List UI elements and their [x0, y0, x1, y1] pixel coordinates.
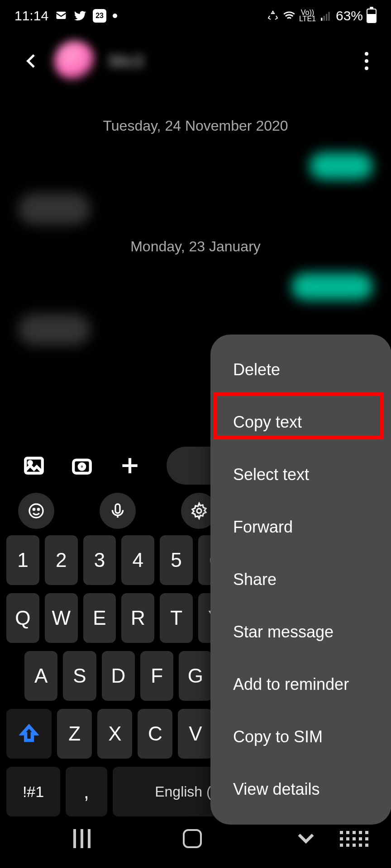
twitter-icon	[74, 9, 86, 22]
calendar-icon: 23	[93, 9, 106, 23]
key-v[interactable]: V	[178, 709, 213, 759]
menu-copy-text[interactable]: Copy text	[210, 396, 391, 448]
message-bubble-received[interactable]	[18, 193, 91, 225]
back-button[interactable]	[294, 826, 318, 851]
key-4[interactable]: 4	[121, 535, 154, 585]
menu-copy-to-sim[interactable]: Copy to SIM	[210, 711, 391, 763]
key-3[interactable]: 3	[83, 535, 116, 585]
menu-delete[interactable]: Delete	[210, 344, 391, 396]
status-bar: 11:14 23 Vo)) LTE1 63%	[0, 0, 391, 32]
message-time	[282, 288, 285, 300]
message-time	[300, 168, 303, 179]
svg-rect-13	[115, 504, 120, 513]
battery-icon	[367, 9, 377, 23]
menu-forward[interactable]: Forward	[210, 501, 391, 553]
context-menu: Delete Copy text Select text Forward Sha…	[210, 335, 391, 825]
svg-rect-4	[328, 12, 329, 21]
battery-percent: 63%	[336, 8, 363, 24]
svg-point-12	[38, 509, 39, 510]
key-1[interactable]: 1	[6, 535, 39, 585]
signal-icon	[319, 9, 332, 22]
key-r[interactable]: R	[121, 593, 154, 643]
system-nav-bar	[0, 809, 391, 868]
key-c[interactable]: C	[138, 709, 172, 759]
svg-rect-3	[326, 14, 327, 21]
mic-icon[interactable]	[100, 493, 136, 529]
recycle-icon	[267, 9, 279, 22]
svg-rect-2	[324, 16, 325, 21]
conversation-header: Me3	[0, 32, 391, 90]
back-icon[interactable]	[23, 52, 41, 70]
status-time: 11:14	[14, 8, 48, 24]
svg-point-10	[29, 504, 43, 518]
message-row-received[interactable]	[18, 193, 373, 225]
message-bubble-sent[interactable]	[291, 273, 373, 300]
camera-icon[interactable]	[71, 454, 93, 477]
key-t[interactable]: T	[160, 593, 193, 643]
message-time	[97, 213, 100, 225]
network-label: Vo)) LTE1	[299, 9, 316, 23]
svg-point-11	[33, 509, 34, 510]
date-separator: Monday, 23 January	[18, 238, 373, 255]
menu-select-text[interactable]: Select text	[210, 448, 391, 501]
emoji-icon[interactable]	[18, 493, 54, 529]
messages-icon	[55, 9, 67, 22]
message-bubble-received[interactable]	[18, 314, 91, 345]
key-2[interactable]: 2	[45, 535, 78, 585]
key-q[interactable]: Q	[6, 593, 39, 643]
contact-name[interactable]: Me3	[109, 51, 144, 71]
contact-avatar[interactable]	[54, 41, 95, 81]
svg-point-9	[81, 466, 82, 467]
key-s[interactable]: S	[63, 651, 96, 701]
menu-add-to-reminder[interactable]: Add to reminder	[210, 658, 391, 711]
key-g[interactable]: G	[179, 651, 212, 701]
key-e[interactable]: E	[83, 593, 116, 643]
key-5[interactable]: 5	[160, 535, 193, 585]
svg-rect-0	[57, 12, 66, 19]
key-shift[interactable]	[6, 709, 52, 759]
message-time	[97, 334, 100, 345]
wifi-icon	[283, 9, 296, 22]
notification-dot-icon	[113, 14, 117, 18]
message-row-sent[interactable]	[18, 273, 373, 300]
key-x[interactable]: X	[97, 709, 132, 759]
key-a[interactable]: A	[24, 651, 57, 701]
home-button[interactable]	[183, 829, 202, 848]
svg-point-14	[197, 509, 201, 513]
key-f[interactable]: F	[140, 651, 173, 701]
key-z[interactable]: Z	[57, 709, 92, 759]
menu-share[interactable]: Share	[210, 553, 391, 606]
message-row-sent[interactable]	[18, 152, 373, 179]
more-options-icon[interactable]	[360, 47, 373, 75]
key-w[interactable]: W	[45, 593, 78, 643]
svg-rect-1	[321, 18, 322, 21]
plus-icon[interactable]	[119, 454, 141, 477]
date-separator: Tuesday, 24 November 2020	[18, 118, 373, 134]
message-list: Tuesday, 24 November 2020 Monday, 23 Jan…	[0, 90, 391, 373]
key-d[interactable]: D	[102, 651, 135, 701]
menu-view-details[interactable]: View details	[210, 763, 391, 816]
message-bubble-sent[interactable]	[310, 152, 373, 179]
keyboard-switch-icon[interactable]	[340, 831, 368, 847]
gallery-icon[interactable]	[23, 454, 45, 477]
menu-star-message[interactable]: Star message	[210, 606, 391, 658]
recents-button[interactable]	[73, 829, 91, 848]
